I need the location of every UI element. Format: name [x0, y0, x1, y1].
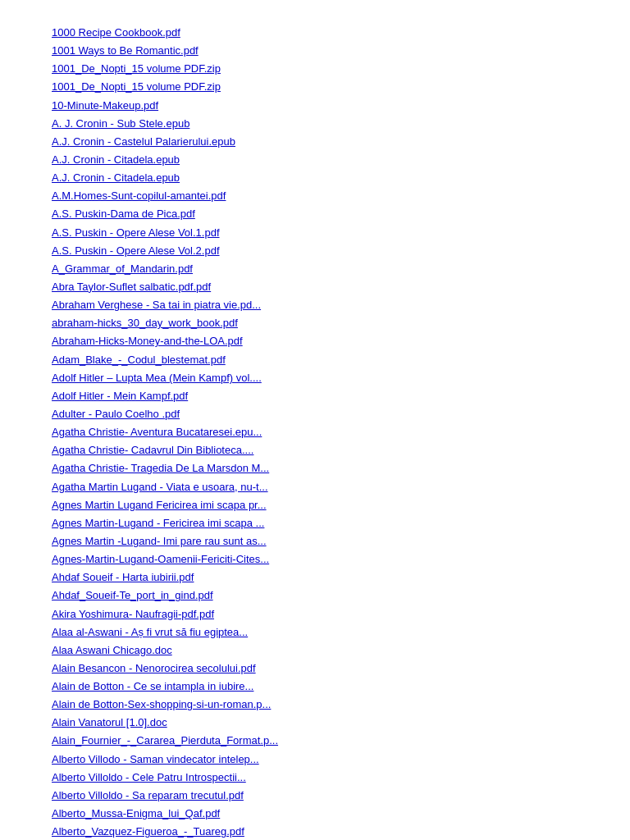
file-link[interactable]: A.J. Cronin - Castelul Palarierului.epub — [52, 134, 609, 150]
file-link[interactable]: A_Grammar_of_Mandarin.pdf — [52, 261, 609, 277]
file-link[interactable]: Agatha Martin Lugand - Viata e usoara, n… — [52, 479, 609, 495]
file-link[interactable]: abraham-hicks_30_day_work_book.pdf — [52, 315, 609, 331]
file-link[interactable]: Agatha Christie- Tragedia De La Marsdon … — [52, 460, 609, 477]
file-link[interactable]: Adam_Blake_-_Codul_blestemat.pdf — [52, 352, 609, 368]
file-link[interactable]: Ahdaf Soueif - Harta iubirii.pdf — [52, 569, 609, 586]
file-link[interactable]: 1001_De_Nopti_15 volume PDF.zip — [52, 61, 609, 77]
file-link[interactable]: Alain de Botton-Sex-shopping-si-un-roman… — [52, 696, 609, 713]
file-link[interactable]: 1001 Ways to Be Romantic.pdf — [52, 43, 609, 59]
file-link[interactable]: Alain Besancon - Nenorocirea secolului.p… — [52, 660, 609, 677]
file-link[interactable]: Adulter - Paulo Coelho .pdf — [52, 406, 609, 422]
file-link[interactable]: Alain_Fournier_-_Cararea_Pierduta_Format… — [52, 733, 609, 749]
file-link[interactable]: Alberto Villoldo - Sa reparam trecutul.p… — [52, 788, 609, 804]
file-link[interactable]: Abra Taylor-Suflet salbatic.pdf.pdf — [52, 279, 609, 295]
file-link[interactable]: Alberto Villoldo - Cele Patru Introspect… — [52, 769, 609, 786]
file-link[interactable]: 1000 Recipe Cookbook.pdf — [52, 25, 609, 41]
file-link[interactable]: A. J. Cronin - Sub Stele.epub — [52, 116, 609, 132]
file-link[interactable]: A.S. Puskin - Opere Alese Vol.1.pdf — [52, 225, 609, 241]
file-link[interactable]: A.S. Puskin - Opere Alese Vol.2.pdf — [52, 243, 609, 259]
file-link[interactable]: A.J. Cronin - Citadela.epub — [52, 170, 609, 186]
file-link[interactable]: Alberto Villodo - Saman vindecator intel… — [52, 751, 609, 768]
file-link[interactable]: Ahdaf_Soueif-Te_port_in_gind.pdf — [52, 587, 609, 604]
file-link[interactable]: Agatha Christie- Cadavrul Din Biblioteca… — [52, 442, 609, 459]
file-link[interactable]: Agnes Martin -Lugand- Imi pare rau sunt … — [52, 533, 609, 550]
file-link[interactable]: Alain de Botton - Ce se intampla in iubi… — [52, 678, 609, 695]
file-link[interactable]: Abraham-Hicks-Money-and-the-LOA.pdf — [52, 333, 609, 349]
file-list: 1000 Recipe Cookbook.pdf1001 Ways to Be … — [52, 25, 614, 840]
file-link[interactable]: Alberto_Vazquez-Figueroa_-_Tuareg.pdf — [52, 824, 609, 840]
file-link[interactable]: Alaa al-Aswani - Aș fi vrut să fiu egipt… — [52, 624, 609, 641]
file-link[interactable]: Agnes Martin Lugand Fericirea imi scapa … — [52, 497, 609, 514]
file-link[interactable]: Alaa Aswani Chicago.doc — [52, 642, 609, 659]
file-link[interactable]: A.M.Homes-Sunt-copilul-amantei.pdf — [52, 188, 609, 204]
file-link[interactable]: A.S. Puskin-Dama de Pica.pdf — [52, 206, 609, 222]
file-link[interactable]: 1001_De_Nopti_15 volume PDF.zip — [52, 79, 609, 95]
file-link[interactable]: 10-Minute-Makeup.pdf — [52, 98, 609, 114]
file-link[interactable]: Akira Yoshimura- Naufragii-pdf.pdf — [52, 606, 609, 623]
file-link[interactable]: Agatha Christie- Aventura Bucataresei.ep… — [52, 424, 609, 441]
file-link[interactable]: Abraham Verghese - Sa tai in piatra vie.… — [52, 297, 609, 313]
file-link[interactable]: Agnes-Martin-Lugand-Oamenii-Fericiti-Cit… — [52, 551, 609, 568]
file-link[interactable]: Alain Vanatorul [1.0].doc — [52, 714, 609, 731]
file-link[interactable]: Alberto_Mussa-Enigma_lui_Qaf.pdf — [52, 806, 609, 822]
file-link[interactable]: Adolf Hitler – Lupta Mea (Mein Kampf) vo… — [52, 370, 609, 386]
file-link[interactable]: A.J. Cronin - Citadela.epub — [52, 152, 609, 168]
file-link[interactable]: Agnes Martin-Lugand - Fericirea imi scap… — [52, 515, 609, 532]
file-link[interactable]: Adolf Hitler - Mein Kampf.pdf — [52, 388, 609, 404]
